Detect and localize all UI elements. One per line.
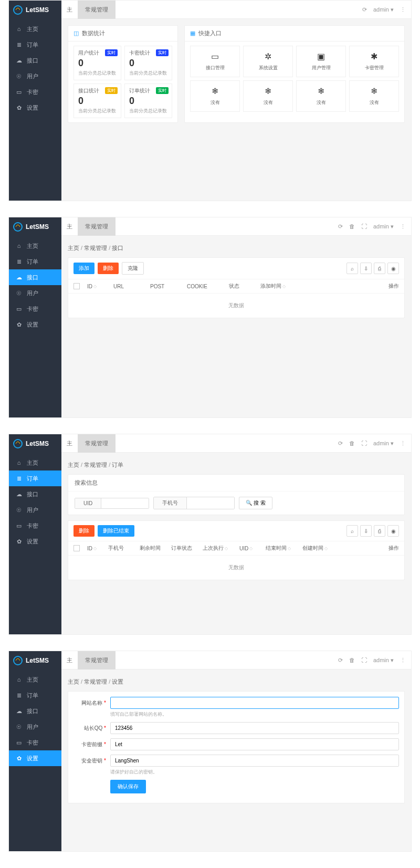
nav-settings[interactable]: ✿设置 <box>9 750 61 766</box>
add-button[interactable]: 添加 <box>74 263 94 274</box>
crumb-home[interactable]: 主页 <box>68 462 79 468</box>
nav-cards[interactable]: ▭卡密 <box>9 518 61 534</box>
refresh-icon[interactable]: ⟳ <box>362 6 367 13</box>
trash-icon[interactable]: 🗑 <box>349 223 355 229</box>
tab-home[interactable]: 主 <box>61 434 78 453</box>
tab-active[interactable]: 常规管理 <box>78 1 116 19</box>
crumb-mgmt[interactable]: 常规管理 <box>84 678 107 685</box>
export-icon[interactable]: ⇩ <box>360 525 372 537</box>
nav-users[interactable]: ☉用户 <box>9 285 61 301</box>
tab-home[interactable]: 主 <box>61 1 78 19</box>
user-menu[interactable]: admin ▾ <box>373 657 394 664</box>
nav-api[interactable]: ☁接口 <box>9 703 61 719</box>
quick-icon: ❄ <box>246 86 290 96</box>
print-icon[interactable]: ⎙ <box>374 525 385 537</box>
nav-api[interactable]: ☁接口 <box>9 486 61 502</box>
more-icon[interactable]: ⋮ <box>400 657 406 664</box>
nav-home[interactable]: ⌂主页 <box>9 238 61 254</box>
quick-item[interactable]: ❄没有 <box>190 80 240 112</box>
more-icon[interactable]: ⋮ <box>400 223 406 230</box>
select-all-checkbox[interactable] <box>74 545 80 551</box>
col-id[interactable]: ID◇ <box>87 284 113 289</box>
tab-home[interactable]: 主 <box>61 651 78 670</box>
nav-cards[interactable]: ▭卡密 <box>9 735 61 750</box>
topbar: 主 常规管理 ⟳ admin ▾ ⋮ <box>61 1 411 19</box>
nav-settings[interactable]: ✿设置 <box>9 100 61 116</box>
search-button[interactable]: 🔍 搜 索 <box>239 497 272 509</box>
col-addtime[interactable]: 添加时间◇ <box>260 283 308 290</box>
nav-settings[interactable]: ✿设置 <box>9 534 61 549</box>
nav-home[interactable]: ⌂主页 <box>9 672 61 687</box>
user-menu[interactable]: admin ▾ <box>373 440 394 447</box>
quick-item[interactable]: ❄没有 <box>296 80 346 112</box>
tools-icon[interactable]: ◉ <box>387 525 399 537</box>
save-button[interactable]: 确认保存 <box>110 780 146 793</box>
tab-active[interactable]: 常规管理 <box>78 217 116 236</box>
clone-button[interactable]: 克隆 <box>122 262 144 275</box>
crumb-mgmt[interactable]: 常规管理 <box>84 462 107 468</box>
quick-item[interactable]: ❄没有 <box>349 80 399 112</box>
select-all-checkbox[interactable] <box>74 283 80 289</box>
quick-item[interactable]: ✱卡密管理 <box>349 46 399 77</box>
crumb-mgmt[interactable]: 常规管理 <box>84 245 107 251</box>
nav-cards[interactable]: ▭卡密 <box>9 301 61 317</box>
nav-api[interactable]: ☁接口 <box>9 53 61 68</box>
qq-label: 站长QQ <box>84 725 103 731</box>
quick-item[interactable]: ▣用户管理 <box>296 46 346 77</box>
print-icon[interactable]: ⎙ <box>374 263 385 274</box>
sitename-input[interactable] <box>110 697 399 709</box>
col-endtime[interactable]: 结束时间◇ <box>266 545 302 552</box>
nav-orders[interactable]: ≣订单 <box>9 37 61 53</box>
expand-icon[interactable]: ⛶ <box>361 657 367 663</box>
nav-home[interactable]: ⌂主页 <box>9 21 61 37</box>
nav-settings[interactable]: ✿设置 <box>9 317 61 332</box>
expand-icon[interactable]: ⛶ <box>361 440 367 446</box>
tab-active[interactable]: 常规管理 <box>78 651 116 670</box>
user-menu[interactable]: admin ▾ <box>373 6 394 13</box>
delete-finished-button[interactable]: 删除已结束 <box>98 525 134 537</box>
phone-input[interactable] <box>187 497 234 509</box>
more-icon[interactable]: ⋮ <box>400 6 406 13</box>
col-uid[interactable]: UID◇ <box>239 546 266 551</box>
nav-home[interactable]: ⌂主页 <box>9 455 61 470</box>
tab-active[interactable]: 常规管理 <box>78 434 116 453</box>
quick-item[interactable]: ▭接口管理 <box>190 46 240 77</box>
filter-icon[interactable]: ⌕ <box>346 263 358 274</box>
col-lastexec[interactable]: 上次执行◇ <box>203 545 239 552</box>
refresh-icon[interactable]: ⟳ <box>338 657 343 664</box>
logo: LetSMS <box>9 1 61 19</box>
delete-button[interactable]: 删除 <box>74 525 94 537</box>
qq-input[interactable] <box>110 722 399 734</box>
nav-orders[interactable]: ≣订单 <box>9 254 61 269</box>
crumb-home[interactable]: 主页 <box>68 678 79 685</box>
nav-users[interactable]: ☉用户 <box>9 719 61 735</box>
col-createtime[interactable]: 创建时间◇ <box>302 545 339 552</box>
refresh-icon[interactable]: ⟳ <box>338 440 343 447</box>
more-icon[interactable]: ⋮ <box>400 440 406 447</box>
uid-input[interactable] <box>101 498 149 508</box>
trash-icon[interactable]: 🗑 <box>349 440 355 446</box>
export-icon[interactable]: ⇩ <box>360 263 372 274</box>
expand-icon[interactable]: ⛶ <box>361 223 367 229</box>
nav-api[interactable]: ☁接口 <box>9 269 61 285</box>
prefix-input[interactable] <box>110 738 399 750</box>
nav-users[interactable]: ☉用户 <box>9 502 61 518</box>
filter-icon[interactable]: ⌕ <box>346 525 358 537</box>
refresh-icon[interactable]: ⟳ <box>338 223 343 230</box>
quick-item[interactable]: ✲系统设置 <box>243 46 293 77</box>
quick-label: 没有 <box>299 99 343 106</box>
delete-button[interactable]: 删除 <box>98 263 119 274</box>
nav-orders[interactable]: ≣订单 <box>9 687 61 703</box>
tools-icon[interactable]: ◉ <box>387 263 399 274</box>
crumb-home[interactable]: 主页 <box>68 245 79 251</box>
tab-home[interactable]: 主 <box>61 217 78 236</box>
nav-users-label: 用户 <box>27 506 38 514</box>
nav-orders[interactable]: ≣订单 <box>9 470 61 486</box>
nav-users[interactable]: ☉用户 <box>9 68 61 84</box>
nav-cards[interactable]: ▭卡密 <box>9 84 61 100</box>
user-menu[interactable]: admin ▾ <box>373 223 394 230</box>
quick-item[interactable]: ❄没有 <box>243 80 293 112</box>
secret-input[interactable] <box>110 755 399 767</box>
col-id[interactable]: ID◇ <box>87 546 108 551</box>
trash-icon[interactable]: 🗑 <box>349 657 355 663</box>
